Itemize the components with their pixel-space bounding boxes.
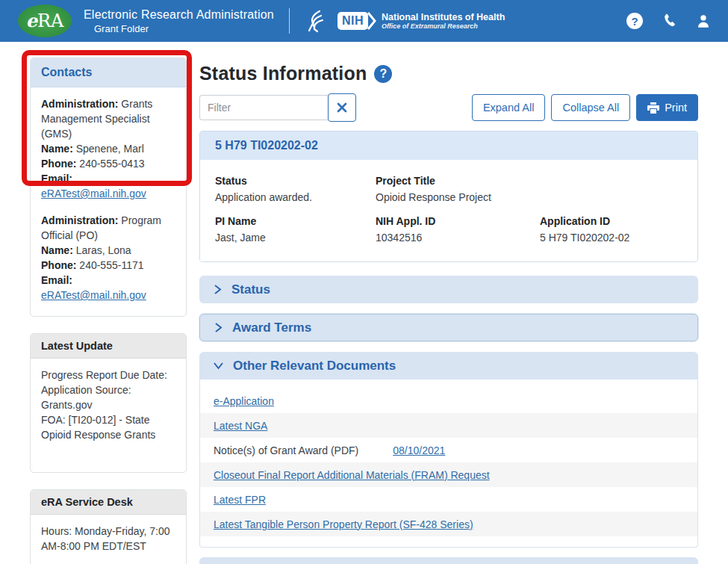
nih-text-block: National Institutes of Health Office of … bbox=[382, 12, 505, 30]
field-status: Status Application awarded. bbox=[215, 175, 376, 203]
app-subtitle: Grant Folder bbox=[84, 23, 274, 34]
phone-label: Phone: bbox=[41, 259, 76, 271]
phone-icon[interactable] bbox=[661, 13, 677, 29]
contact-entry-po: Administration: Program Official (PO) Na… bbox=[41, 213, 175, 303]
filter-input[interactable] bbox=[199, 95, 329, 120]
latest-sf428-report-link[interactable]: Latest Tangible Person Property Report (… bbox=[214, 518, 473, 530]
documents-list: e-Application Latest NGA Notice(s) of Gr… bbox=[199, 379, 698, 548]
contacts-card: Contacts Administration: Grants Manageme… bbox=[30, 58, 187, 317]
name-label: Name: bbox=[41, 244, 73, 256]
grant-number-header: 5 H79 TI020202-02 bbox=[200, 131, 697, 160]
latest-fpr-link[interactable]: Latest FPR bbox=[214, 494, 266, 506]
latest-update-body: Progress Report Due Date: Application So… bbox=[31, 359, 186, 472]
field-value: Opioid Response Project bbox=[376, 191, 682, 203]
header-divider bbox=[289, 8, 290, 34]
service-desk-hours: Hours: Monday-Friday, 7:00 AM-8:00 PM ED… bbox=[41, 524, 175, 554]
contacts-card-body: Administration: Grants Management Specia… bbox=[31, 87, 186, 316]
email-link[interactable]: eRATest@mail.nih.gov bbox=[41, 188, 146, 199]
document-row: e-Application bbox=[200, 388, 697, 413]
latest-update-line: Application Source: Grants.gov bbox=[41, 382, 175, 412]
expand-all-label: Expand All bbox=[483, 102, 535, 114]
nih-chevron-icon bbox=[367, 11, 377, 31]
field-label: PI Name bbox=[215, 215, 376, 227]
chevron-right-icon bbox=[213, 284, 223, 295]
phone-value: 240-555-1171 bbox=[79, 259, 143, 271]
nih-logo: NIH National Institutes of Health Office… bbox=[337, 11, 505, 31]
section-other-relevant-documents[interactable]: Other Relevant Documents bbox=[199, 352, 698, 379]
era-logo-text: e bbox=[26, 10, 37, 31]
sidebar: Contacts Administration: Grants Manageme… bbox=[30, 42, 187, 564]
collapse-all-button[interactable]: Collapse All bbox=[551, 94, 630, 121]
service-desk-body: Hours: Monday-Friday, 7:00 AM-8:00 PM ED… bbox=[31, 515, 186, 564]
top-header-bar: eRA Electronic Research Administration G… bbox=[0, 0, 728, 42]
nih-subtitle: Office of Extramural Research bbox=[382, 22, 505, 30]
printer-icon bbox=[647, 102, 659, 114]
field-value: 10342516 bbox=[376, 232, 540, 244]
field-label: NIH Appl. ID bbox=[376, 215, 540, 227]
filter-clear-button[interactable] bbox=[328, 93, 356, 122]
expand-all-button[interactable]: Expand All bbox=[472, 94, 546, 121]
field-nih-appl-id: NIH Appl. ID 10342516 bbox=[376, 215, 540, 244]
grant-summary-panel: 5 H79 TI020202-02 Status Application awa… bbox=[199, 131, 698, 262]
service-desk-title: eRA Service Desk bbox=[31, 490, 186, 515]
contact-entry-gms: Administration: Grants Management Specia… bbox=[41, 96, 175, 201]
e-application-link[interactable]: e-Application bbox=[214, 395, 274, 407]
name-value: Laras, Lona bbox=[76, 244, 131, 256]
grant-summary-body: Status Application awarded. Project Titl… bbox=[200, 160, 697, 261]
field-label: Application ID bbox=[540, 215, 682, 227]
main-content: Status Information ? Expand All Collapse… bbox=[199, 42, 698, 564]
field-value: Jast, Jame bbox=[215, 232, 376, 244]
help-icon[interactable]: ? bbox=[626, 13, 643, 29]
administration-label: Administration: bbox=[41, 214, 118, 226]
section-label: Other Relevant Documents bbox=[233, 359, 396, 374]
phone-label: Phone: bbox=[41, 158, 76, 170]
filter-toolbar: Expand All Collapse All Print bbox=[199, 93, 698, 122]
section-additions-for-review[interactable]: Additions for Review bbox=[199, 557, 698, 564]
document-row: Latest FPR bbox=[200, 487, 697, 512]
field-label: Status bbox=[215, 175, 376, 187]
field-application-id: Application ID 5 H79 TI020202-02 bbox=[540, 215, 682, 244]
nih-title: National Institutes of Health bbox=[382, 12, 505, 22]
notice-grant-award-date-link[interactable]: 08/10/2021 bbox=[393, 444, 445, 456]
field-label: Project Title bbox=[376, 175, 682, 187]
print-button[interactable]: Print bbox=[636, 94, 698, 121]
document-row: Latest NGA bbox=[200, 413, 697, 438]
closeout-fram-request-link[interactable]: Closeout Final Report Additional Materia… bbox=[214, 469, 490, 481]
chevron-down-icon bbox=[213, 361, 224, 371]
latest-update-line: Progress Report Due Date: bbox=[41, 368, 175, 382]
section-label: Status bbox=[231, 282, 270, 297]
service-desk-card: eRA Service Desk Hours: Monday-Friday, 7… bbox=[30, 489, 187, 564]
section-status[interactable]: Status bbox=[199, 276, 698, 303]
contacts-card-title: Contacts bbox=[31, 58, 186, 87]
latest-nga-link[interactable]: Latest NGA bbox=[214, 420, 267, 432]
field-pi-name: PI Name Jast, Jame bbox=[215, 215, 376, 244]
app-title: Electronic Research Administration bbox=[84, 8, 274, 22]
latest-update-line: FOA: [TI20-012] - State Opioid Response … bbox=[41, 412, 175, 442]
page-title: Status Information bbox=[199, 63, 367, 84]
page-help-icon[interactable]: ? bbox=[374, 65, 392, 83]
section-label: Award Terms bbox=[232, 320, 311, 335]
print-label: Print bbox=[665, 102, 687, 114]
notice-grant-award-label: Notice(s) of Grant Award (PDF) bbox=[214, 444, 358, 456]
era-grant-folder-page: eRA Electronic Research Administration G… bbox=[0, 0, 728, 564]
app-title-block: Electronic Research Administration Grant… bbox=[84, 8, 274, 34]
hhs-logo-icon bbox=[303, 8, 326, 34]
email-label: Email: bbox=[41, 173, 72, 185]
page-title-row: Status Information ? bbox=[199, 63, 698, 84]
field-value: 5 H79 TI020202-02 bbox=[540, 232, 682, 244]
era-logo: eRA bbox=[18, 4, 72, 37]
collapse-all-label: Collapse All bbox=[562, 102, 619, 114]
administration-label: Administration: bbox=[41, 98, 118, 110]
latest-update-card: Latest Update Progress Report Due Date: … bbox=[30, 333, 187, 473]
user-icon[interactable] bbox=[695, 13, 712, 29]
era-logo-text-ra: RA bbox=[37, 10, 63, 31]
email-link[interactable]: eRATest@mail.nih.gov bbox=[41, 289, 146, 301]
section-award-terms[interactable]: Award Terms bbox=[199, 314, 698, 341]
phone-value: 240-555-0413 bbox=[79, 158, 144, 170]
chevron-right-icon bbox=[214, 322, 223, 333]
header-icon-group: ? bbox=[626, 13, 712, 29]
field-project-title: Project Title Opioid Response Project bbox=[376, 175, 682, 203]
field-value: Application awarded. bbox=[215, 191, 376, 203]
name-value: Spenene, Marl bbox=[76, 143, 144, 155]
document-row: Latest Tangible Person Property Report (… bbox=[200, 512, 697, 536]
